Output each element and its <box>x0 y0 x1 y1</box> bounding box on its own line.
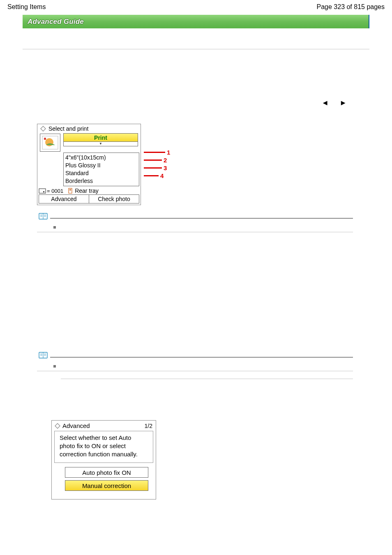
callouts: 1 2 3 4 <box>144 148 170 180</box>
check-photo-button[interactable]: Check photo <box>89 194 139 204</box>
page-counter: Page 323 of 815 pages <box>317 3 385 11</box>
setting-size: 4"x6"(10x15cm) <box>65 154 137 162</box>
svg-rect-5 <box>43 191 44 192</box>
option-label: Manual correction <box>82 482 131 489</box>
book-icon <box>39 352 48 359</box>
desc-line: Select whether to set Auto <box>60 434 150 442</box>
manual-correction-option[interactable]: Manual correction <box>65 480 148 491</box>
square-bullet-icon <box>53 365 56 368</box>
panel-title: Select and print <box>48 125 88 132</box>
callout-1: 1 <box>167 149 170 156</box>
section-bullet-row <box>37 220 353 232</box>
sub-rule <box>61 379 353 379</box>
auto-photo-fix-option[interactable]: Auto photo fix ON <box>65 467 148 478</box>
print-button-label: Print <box>94 134 107 141</box>
desc-line: photo fix to ON or select <box>60 442 150 450</box>
guide-banner: Advanced Guide <box>23 15 369 28</box>
setting-border: Borderless <box>65 177 137 185</box>
guide-banner-label: Advanced Guide <box>28 18 84 26</box>
setting-media: Plus Glossy II <box>65 162 137 169</box>
nav-arrows: ◄ ► <box>23 99 369 107</box>
section-rule <box>50 218 353 219</box>
book-icon <box>39 213 48 220</box>
svg-marker-19 <box>55 423 60 428</box>
section-rule <box>50 357 353 358</box>
advanced-panel-title: Advanced <box>62 422 90 429</box>
select-and-print-screenshot: Select and print <box>37 124 141 205</box>
advanced-settings-screenshot: Advanced 1/2 Select whether to set Auto … <box>51 420 156 500</box>
copy-count-label: = 0001 <box>47 188 63 194</box>
svg-rect-3 <box>44 138 46 140</box>
setting-quality: Standard <box>65 169 137 177</box>
tray-icon <box>67 188 73 194</box>
diamond-icon <box>40 125 46 132</box>
divider <box>23 49 369 49</box>
callout-2: 2 <box>164 157 167 164</box>
square-bullet-icon <box>53 226 56 229</box>
paper-source-label: Rear tray <box>75 187 99 194</box>
lcd-panel: Select and print <box>37 124 141 205</box>
callout-4: 4 <box>160 172 164 179</box>
advanced-page-indicator: 1/2 <box>145 423 152 429</box>
advanced-button[interactable]: Advanced <box>39 194 89 204</box>
page-header: Setting Items Page 323 of 815 pages <box>0 0 392 15</box>
page-title: Setting Items <box>7 3 46 11</box>
desc-line: correction function manually. <box>60 450 150 458</box>
callout-3: 3 <box>164 164 167 171</box>
section-bullet-row <box>37 359 353 371</box>
next-arrow-icon[interactable]: ► <box>339 99 347 107</box>
svg-rect-4 <box>39 189 46 193</box>
prev-arrow-icon[interactable]: ◄ <box>321 99 329 107</box>
dropdown-indicator-icon[interactable]: ▼ <box>63 142 138 146</box>
diamond-icon <box>54 423 61 429</box>
print-button[interactable]: Print <box>63 133 138 142</box>
copy-count: = 0001 <box>39 188 63 194</box>
advanced-description: Select whether to set Auto photo fix to … <box>54 431 153 463</box>
print-settings-list: 4"x6"(10x15cm) Plus Glossy II Standard B… <box>63 153 139 186</box>
paper-source: Rear tray <box>67 187 99 194</box>
photo-thumbnail <box>40 134 60 152</box>
option-label: Auto photo fix ON <box>82 469 131 476</box>
svg-marker-0 <box>41 126 46 131</box>
rectangle-icon <box>39 188 46 194</box>
page-content: Advanced Guide ◄ ► Select and print <box>0 15 392 516</box>
